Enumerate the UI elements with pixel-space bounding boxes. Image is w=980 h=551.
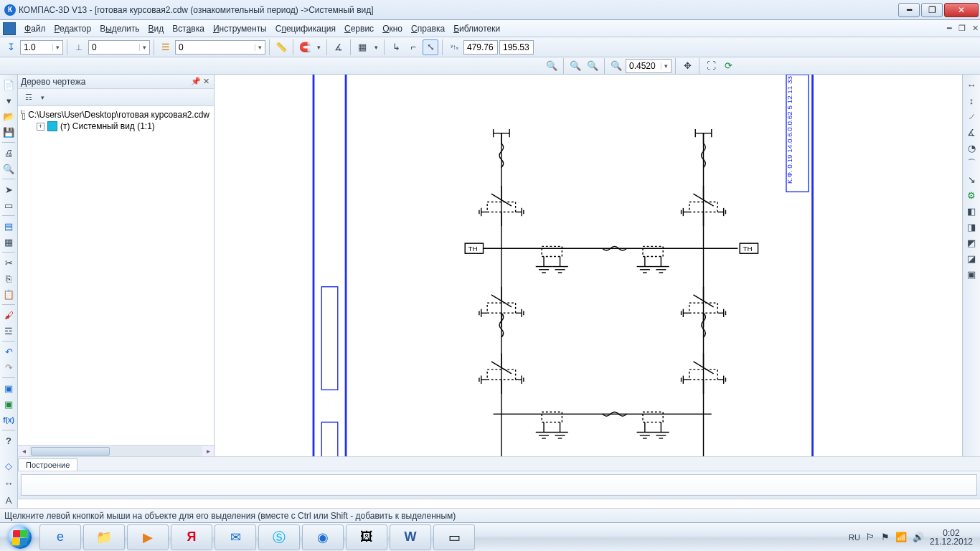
scroll-left-icon[interactable]: ◂	[18, 447, 29, 455]
cut-icon[interactable]: ✂	[1, 255, 16, 270]
dim-misc1-icon[interactable]: ◧	[964, 204, 979, 218]
new-dropdown[interactable]: ▾	[1, 93, 16, 108]
panel-dims-icon[interactable]: ↔	[1, 475, 17, 491]
close-button[interactable]: ✕	[944, 3, 979, 17]
task-app[interactable]: ▭	[433, 524, 475, 550]
coord-x-field[interactable]: 479.76	[463, 40, 498, 55]
task-word[interactable]: W	[390, 524, 431, 550]
maximize-button[interactable]: ❐	[921, 3, 943, 17]
lib-blue-icon[interactable]: ▣	[1, 381, 16, 395]
var-icon[interactable]: f(x)	[1, 413, 16, 427]
layer-input[interactable]	[176, 41, 255, 54]
menu-select[interactable]: Выделить	[95, 22, 143, 35]
paste-icon[interactable]: 📋	[1, 287, 16, 301]
menu-insert[interactable]: Вставка	[168, 22, 209, 35]
mdi-close-button[interactable]: ✕	[970, 24, 980, 34]
start-button[interactable]	[3, 524, 37, 550]
menu-libs[interactable]: Библиотеки	[449, 22, 504, 35]
expand-icon[interactable]: +	[37, 123, 44, 131]
select-icon[interactable]: ▭	[1, 198, 16, 212]
coord-y-field[interactable]: 195.53	[499, 40, 534, 55]
scroll-track[interactable]	[29, 446, 202, 456]
tray-network-icon[interactable]: 📶	[895, 532, 907, 542]
document-icon[interactable]	[3, 22, 16, 35]
task-yandex[interactable]: Я	[171, 524, 212, 550]
zoom-combo[interactable]: ▾	[626, 59, 672, 73]
dim-arc-icon[interactable]: ⌒	[964, 156, 979, 171]
style2-combo[interactable]: ▾	[88, 40, 150, 55]
properties-icon[interactable]: ☲	[1, 324, 16, 338]
redo-icon[interactable]: ↷	[1, 360, 16, 375]
panel-geometry-icon[interactable]: ◇	[1, 458, 17, 474]
new-icon[interactable]: 📄	[1, 77, 16, 92]
menu-file[interactable]: Файл	[20, 22, 50, 35]
menu-help[interactable]: Справка	[407, 22, 449, 35]
ortho-y-icon[interactable]: ⌐	[405, 39, 421, 55]
menu-service[interactable]: Сервис	[340, 22, 378, 35]
ortho-toggle-icon[interactable]: ⤡	[423, 39, 438, 55]
zoom-out-icon[interactable]: 🔍	[585, 58, 600, 74]
task-wmp[interactable]: ▶	[127, 524, 169, 550]
cursor-icon[interactable]: ➤	[1, 182, 16, 197]
zoom-in-icon[interactable]: 🔍	[544, 58, 560, 74]
magnet-icon[interactable]: 🧲	[297, 39, 313, 55]
task-kompas[interactable]: ◉	[302, 524, 344, 550]
task-photos[interactable]: 🖼	[346, 524, 387, 550]
dim-leader-icon[interactable]: ↘	[964, 172, 979, 187]
basepoint-icon[interactable]: ↧	[3, 39, 19, 55]
magnet-dropdown[interactable]: ▾	[314, 39, 323, 55]
brush-icon[interactable]: 🖌	[1, 308, 16, 322]
style-combo[interactable]: ▾	[20, 40, 63, 55]
panel-text-icon[interactable]: A	[1, 492, 17, 508]
task-skype[interactable]: Ⓢ	[258, 524, 300, 550]
command-input[interactable]	[21, 474, 977, 496]
task-explorer[interactable]: 📁	[83, 524, 125, 550]
zoom-fit-icon[interactable]: 🔍	[608, 58, 624, 74]
angle-icon[interactable]: ⟂	[71, 39, 87, 55]
zoom-input[interactable]	[626, 60, 661, 72]
grid-dropdown[interactable]: ▾	[372, 39, 380, 55]
snap-angle-icon[interactable]: ∡	[331, 39, 347, 55]
dim-misc2-icon[interactable]: ◨	[964, 220, 979, 234]
menu-spec[interactable]: Спецификация	[271, 22, 340, 35]
copy-icon[interactable]: ⎘	[1, 271, 16, 286]
save-icon[interactable]: 💾	[1, 125, 16, 139]
dim-misc3-icon[interactable]: ◩	[964, 235, 979, 250]
tree-display-dropdown[interactable]: ▾	[38, 90, 47, 105]
tray-action-icon[interactable]: ⚑	[881, 532, 890, 542]
tree-hscroll[interactable]: ◂ ▸	[18, 445, 214, 456]
scroll-right-icon[interactable]: ▸	[202, 447, 214, 455]
minimize-button[interactable]: ━	[898, 3, 920, 17]
drawing-canvas[interactable]: ТН ТН	[215, 75, 962, 456]
scroll-thumb[interactable]	[31, 447, 110, 456]
style2-input[interactable]	[89, 41, 139, 54]
print-icon[interactable]: 🖨	[1, 146, 16, 160]
menu-tools[interactable]: Инструменты	[209, 22, 271, 35]
task-mail[interactable]: ✉	[215, 524, 256, 550]
layer-combo[interactable]: ▾	[175, 40, 265, 55]
measure-icon[interactable]: 📏	[273, 39, 289, 55]
open-icon[interactable]: 📂	[1, 109, 16, 123]
tree-pin-icon[interactable]: 📌	[191, 77, 201, 86]
dim-parallel-icon[interactable]: ⟋	[964, 109, 979, 123]
zoom-prev-icon[interactable]: ⛶	[703, 58, 719, 74]
mdi-minimize-button[interactable]: ━	[944, 24, 954, 34]
tab-construction[interactable]: Построение	[18, 458, 77, 471]
zoom-window-icon[interactable]: 🔍	[567, 58, 583, 74]
dim-misc4-icon[interactable]: ◪	[964, 251, 979, 265]
help-icon[interactable]: ?	[1, 433, 16, 448]
format-icon[interactable]: ▦	[1, 235, 16, 249]
tray-flag-icon[interactable]: 🏳	[866, 532, 875, 542]
hatch-icon[interactable]: ☰	[158, 39, 174, 55]
task-ie[interactable]: e	[39, 524, 81, 550]
dim-angle-icon[interactable]: ∡	[964, 125, 979, 139]
tray-clock[interactable]: 0:02 21.12.2012	[930, 529, 973, 546]
lang-indicator[interactable]: RU	[849, 533, 860, 542]
preview-icon[interactable]: 🔍	[1, 161, 16, 176]
dim-radius-icon[interactable]: ◔	[964, 141, 979, 155]
tree-file-node[interactable]: C:\Users\User\Desktop\готовая курсовая2.…	[19, 109, 212, 121]
dim-vert-icon[interactable]: ↕	[964, 93, 979, 108]
redraw-icon[interactable]: ⟳	[720, 58, 736, 74]
dim-config-icon[interactable]: ⚙	[964, 188, 979, 202]
menu-view[interactable]: Вид	[144, 22, 169, 35]
